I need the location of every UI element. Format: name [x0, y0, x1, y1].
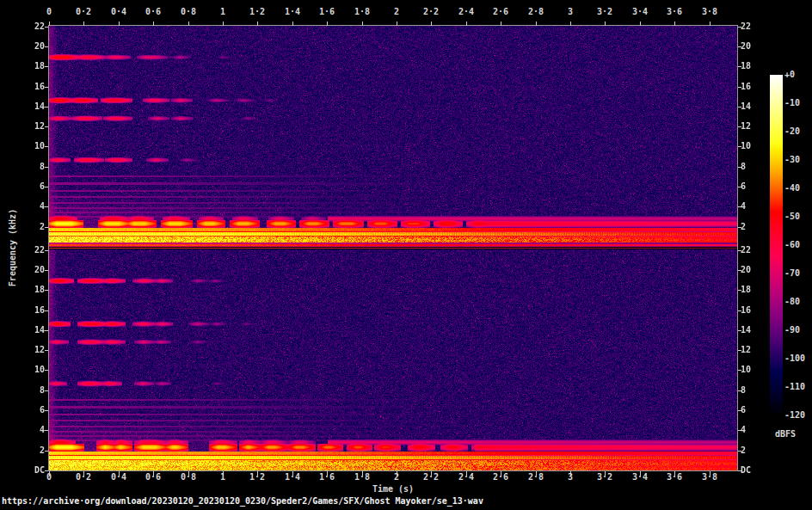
freq-tick-left-ch2	[45, 310, 48, 311]
freq-tick-left-ch1	[45, 167, 48, 168]
time-tick-label-top: 2·6	[483, 7, 518, 17]
time-tick-label-bottom: 3·4	[623, 472, 657, 482]
freq-tick-label-right-ch1: 2	[741, 222, 770, 232]
freq-tick-label-left-ch2: 20	[17, 265, 45, 275]
frequency-axis-title: Frequency (kHz)	[8, 209, 17, 286]
time-tick-top	[327, 22, 328, 26]
freq-tick-label-right-ch1: 14	[741, 101, 770, 112]
freq-tick-label-right-ch1: 4	[741, 201, 770, 212]
freq-tick-label-right-ch2: 20	[741, 265, 770, 275]
time-tick-top	[257, 22, 258, 26]
time-tick-top	[362, 22, 363, 26]
colorbar-tick-label: -30	[784, 155, 812, 165]
freq-tick-label-left-ch2: 8	[17, 385, 45, 396]
time-tick-label-bottom: 1·2	[240, 472, 274, 482]
time-tick-label-top: 1·6	[310, 7, 344, 17]
freq-tick-label-left-ch2: 6	[17, 405, 45, 415]
time-tick-label-bottom: 3·8	[692, 472, 727, 482]
freq-tick-left-ch2	[45, 370, 48, 371]
spectrogram-channel-1-canvas	[49, 26, 737, 247]
time-tick-top	[292, 22, 293, 26]
time-tick-label-bottom: 0·8	[171, 472, 206, 482]
freq-tick-left-ch2	[45, 290, 48, 291]
spectrogram-plot-area	[48, 25, 738, 471]
channel-separator	[49, 247, 737, 249]
time-tick-top	[397, 22, 397, 26]
colorbar-tick-label: +0	[784, 70, 812, 80]
time-tick-label-top: 3·4	[623, 7, 657, 17]
time-axis-title: Time (s)	[324, 484, 462, 494]
freq-tick-left-ch2	[45, 430, 48, 431]
freq-tick-label-right-ch1: 18	[741, 61, 770, 71]
freq-tick-left-ch1	[45, 46, 48, 47]
time-tick-label-bottom: 1·6	[310, 472, 344, 482]
freq-tick-label-right-ch2: 22	[741, 245, 770, 255]
colorbar-tick-label: -40	[784, 183, 812, 194]
freq-tick-label-right-ch2: 16	[741, 305, 770, 316]
time-tick-label-bottom: 2·8	[519, 472, 553, 482]
freq-tick-label-right-ch2: 8	[741, 385, 770, 396]
colorbar-tick-label: -90	[784, 325, 812, 335]
freq-tick-label-right-ch1: 20	[741, 41, 770, 52]
freq-tick-label-left-ch1: 6	[17, 181, 45, 192]
time-tick-top	[431, 22, 432, 26]
freq-tick-label-right-ch2: 10	[741, 365, 770, 375]
freq-tick-label-left-ch2: 2	[17, 445, 45, 456]
freq-tick-label-right-ch1: 12	[741, 121, 770, 132]
freq-tick-left-ch2	[45, 350, 48, 351]
colorbar-tick-label: -60	[784, 240, 812, 250]
freq-tick-label-right-ch1: 22	[741, 22, 770, 32]
time-tick-top	[605, 22, 606, 26]
time-tick-label-bottom: 2·2	[414, 472, 448, 482]
freq-tick-label-right-ch2: DC	[741, 465, 770, 476]
time-tick-label-top: 2·2	[414, 7, 448, 17]
time-tick-label-top: 0·6	[136, 7, 170, 17]
freq-tick-label-left-ch2: 14	[17, 325, 45, 335]
freq-tick-label-left-ch2: 4	[17, 425, 45, 435]
time-tick-label-top: 2	[379, 7, 414, 17]
freq-tick-label-left-ch1: 2	[17, 222, 45, 232]
freq-tick-label-right-ch1: 8	[741, 162, 770, 172]
time-tick-top	[536, 22, 537, 26]
colorbar-tick-label: -10	[784, 98, 812, 108]
time-tick-label-top: 2·8	[519, 7, 553, 17]
freq-tick-label-right-ch1: 10	[741, 141, 770, 151]
time-tick-label-top: 1·8	[345, 7, 379, 17]
freq-tick-label-left-ch1: 16	[17, 82, 45, 92]
colorbar-tick-label: -50	[784, 212, 812, 222]
freq-tick-label-right-ch1: 6	[741, 181, 770, 192]
time-tick-top	[153, 22, 154, 26]
freq-tick-label-left-ch2: 10	[17, 365, 45, 375]
freq-tick-label-left-ch1: 4	[17, 201, 45, 212]
time-tick-label-top: 0·2	[66, 7, 101, 17]
colorbar-tick-label: -80	[784, 297, 812, 307]
freq-tick-left-ch1	[45, 87, 48, 88]
colorbar-tick-label: -20	[784, 126, 812, 137]
time-tick-label-top: 1·4	[275, 7, 310, 17]
time-tick-top	[710, 22, 710, 26]
freq-tick-label-left-ch2: 18	[17, 285, 45, 295]
time-tick-top	[466, 22, 467, 26]
freq-tick-left-ch1	[45, 66, 48, 67]
freq-tick-label-right-ch2: 18	[741, 285, 770, 295]
freq-tick-left-ch2	[45, 270, 48, 271]
freq-tick-left-ch1	[45, 146, 48, 147]
freq-tick-label-left-ch1: 22	[17, 22, 45, 32]
colorbar-tick-label: -100	[784, 353, 812, 364]
dc-line	[49, 248, 737, 249]
freq-tick-left-ch2	[45, 470, 48, 471]
freq-tick-left-ch2	[45, 410, 48, 411]
freq-tick-left-ch1	[45, 206, 48, 207]
time-tick-label-bottom: 2·6	[483, 472, 518, 482]
freq-tick-label-left-ch1: 8	[17, 162, 45, 172]
spectrogram-channel-2-canvas	[49, 249, 737, 470]
freq-tick-label-left-ch1: 18	[17, 61, 45, 71]
time-tick-label-bottom: 1·8	[345, 472, 379, 482]
time-tick-label-top: 1·2	[240, 7, 274, 17]
time-tick-label-top: 0	[32, 7, 66, 17]
time-tick-label-bottom: 3·2	[587, 472, 622, 482]
freq-tick-left-ch1	[45, 227, 48, 228]
time-tick-label-bottom: 2	[379, 472, 414, 482]
time-tick-label-bottom: 0·2	[66, 472, 101, 482]
time-tick-label-bottom: 3·6	[657, 472, 692, 482]
